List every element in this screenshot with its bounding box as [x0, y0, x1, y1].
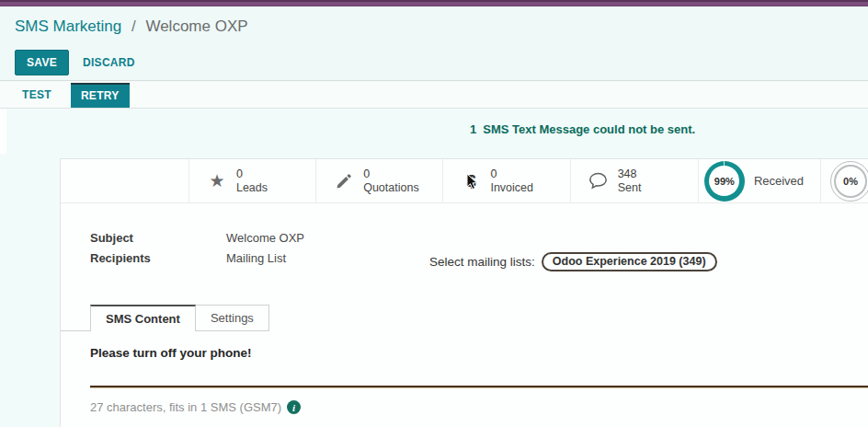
subject-label: Subject	[90, 231, 226, 245]
header-actions: SAVE DISCARD	[15, 50, 135, 75]
stat-button-received[interactable]: 99% Received	[698, 159, 820, 202]
sms-error-count: 1	[470, 122, 476, 136]
stat-button-invoiced[interactable]: $ 0 Invoiced	[442, 159, 569, 202]
retry-button[interactable]: RETRY	[71, 83, 130, 108]
stat-button-bounced[interactable]: 0%	[820, 159, 868, 202]
stat-leads-text: 0 Leads	[236, 167, 268, 195]
recipients-field[interactable]: Mailing List	[226, 251, 286, 265]
stat-button-row: ★ 0 Leads 0 Quotations $	[61, 159, 868, 203]
stat-row-spacer	[61, 159, 188, 202]
action-toolbar: TEST RETRY	[0, 82, 868, 109]
stat-sent-label: Sent	[618, 181, 642, 194]
mailing-list-tag[interactable]: Odoo Experience 2019 (349)	[542, 252, 717, 271]
tabbar-trailing-space	[269, 305, 868, 331]
received-progress-ring: 99%	[704, 161, 745, 202]
control-panel-header: SMS Marketing / Welcome OXP SAVE DISCARD	[0, 6, 868, 81]
form-sheet: ★ 0 Leads 0 Quotations $	[60, 158, 868, 427]
mailing-lists-label: Select mailing lists:	[429, 255, 535, 269]
stat-quotations-label: Quotations	[363, 181, 418, 194]
left-edge-highlight	[0, 109, 6, 154]
received-percent: 99%	[709, 166, 739, 196]
form-fields: Subject Welcome OXP Recipients Mailing L…	[61, 203, 868, 265]
stat-sent-text: 348 Sent	[618, 167, 642, 195]
sms-body-textarea[interactable]: Please turn off your phone!	[90, 346, 868, 387]
stat-invoiced-label: Invoiced	[490, 181, 533, 194]
stat-received-label: Received	[754, 174, 804, 188]
stat-invoiced-value: 0	[490, 167, 533, 181]
mouse-cursor	[466, 173, 478, 190]
breadcrumb-sms-marketing[interactable]: SMS Marketing	[15, 17, 121, 35]
sms-body-underline	[90, 386, 868, 388]
test-button[interactable]: TEST	[22, 88, 51, 101]
stat-quotations-text: 0 Quotations	[363, 167, 418, 195]
stat-quotations-value: 0	[363, 167, 418, 181]
star-icon: ★	[205, 172, 229, 190]
sms-counter-text: 27 characters, fits in 1 SMS (GSM7)	[90, 400, 281, 414]
top-window-bar	[0, 0, 868, 6]
recipients-label: Recipients	[90, 251, 226, 265]
breadcrumb: SMS Marketing / Welcome OXP	[15, 17, 248, 36]
breadcrumb-current-record: Welcome OXP	[145, 17, 247, 35]
sms-error-notice[interactable]: 1SMS Text Message could not be sent.	[470, 122, 695, 136]
stat-leads-value: 0	[236, 167, 268, 181]
breadcrumb-separator: /	[131, 17, 136, 35]
speech-bubble-icon	[587, 172, 611, 190]
tab-settings[interactable]: Settings	[196, 305, 269, 331]
notebook-tabs: SMS Content Settings	[61, 305, 868, 331]
info-icon[interactable]: i	[287, 400, 301, 414]
stat-button-sent[interactable]: 348 Sent	[570, 159, 698, 202]
form-content-area: 1SMS Text Message could not be sent. ★ 0…	[0, 109, 868, 427]
sms-character-counter: 27 characters, fits in 1 SMS (GSM7) i	[90, 400, 301, 414]
discard-button[interactable]: DISCARD	[83, 56, 135, 69]
sms-error-text: SMS Text Message could not be sent.	[483, 122, 695, 136]
pencil-icon	[332, 173, 356, 190]
subject-row: Subject Welcome OXP	[90, 231, 868, 245]
stat-leads-label: Leads	[236, 181, 268, 194]
stat-button-leads[interactable]: ★ 0 Leads	[188, 159, 315, 202]
sms-marketing-form-screen: SMS Marketing / Welcome OXP SAVE DISCARD…	[0, 0, 868, 427]
stat-invoiced-text: 0 Invoiced	[490, 167, 533, 195]
save-button[interactable]: SAVE	[15, 50, 69, 75]
tabbar-leading-border	[61, 305, 90, 331]
bounced-percent: 0%	[834, 165, 867, 198]
tab-sms-content[interactable]: SMS Content	[90, 305, 196, 331]
mailing-lists-group: Select mailing lists: Odoo Experience 20…	[429, 252, 717, 271]
stat-sent-value: 348	[618, 167, 642, 181]
stat-button-quotations[interactable]: 0 Quotations	[315, 159, 442, 202]
bounced-progress-ring: 0%	[830, 161, 868, 202]
subject-field[interactable]: Welcome OXP	[226, 231, 304, 245]
